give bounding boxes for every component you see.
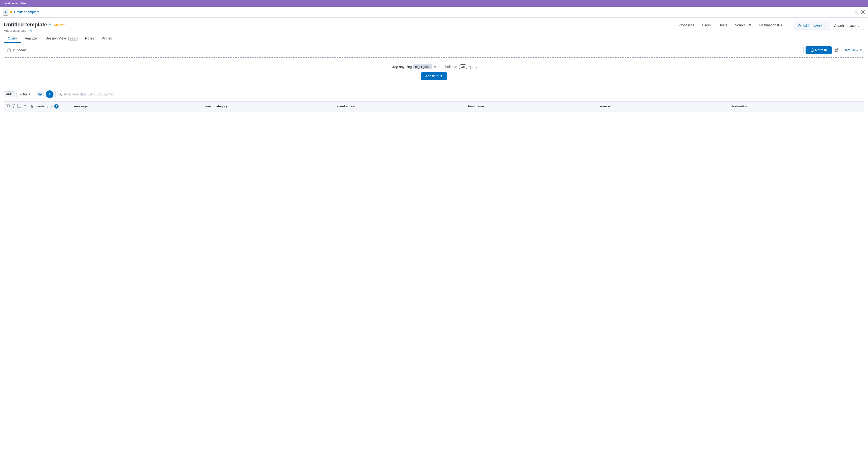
close-icon	[861, 10, 865, 14]
add-filter-icon: +	[49, 92, 51, 96]
data-view-label: Data view	[843, 48, 858, 52]
filter-settings-button[interactable]	[36, 90, 44, 98]
add-to-favorites-button[interactable]: Add to favorites	[794, 22, 830, 30]
stat-destination-ips[interactable]: Destination IPs	[759, 23, 782, 28]
filter-bar: AND Filter ▼ + Filter your data using KQ…	[4, 90, 864, 98]
col-destination-ip-label: destination.ip	[731, 105, 751, 108]
settings-icon	[38, 92, 42, 96]
cols-settings-icon	[11, 104, 16, 108]
svg-point-9	[39, 93, 41, 95]
col-header-event-action[interactable]: event.action	[337, 105, 468, 108]
attach-chevron-icon: ⌄	[857, 24, 860, 28]
col-header-source-ip[interactable]: source.ip	[599, 105, 731, 108]
kql-placeholder: Filter your data using KQL syntax	[64, 92, 114, 96]
date-picker-chevron-icon: ▼	[12, 49, 15, 52]
stat-destination-ips-label: Destination IPs	[759, 23, 782, 27]
add-field-label: Add field	[425, 74, 438, 78]
date-picker[interactable]: ▼ Today	[4, 46, 804, 54]
filter-label: Filter	[20, 92, 27, 96]
stat-processes[interactable]: Processes	[679, 23, 694, 28]
tab-notes[interactable]: Notes	[81, 34, 98, 42]
stat-source-ips-bar	[740, 28, 747, 28]
header-row: ＋ Untitled template	[0, 7, 868, 18]
svg-point-16	[12, 104, 15, 107]
svg-point-10	[38, 92, 42, 96]
table-header: @timestamp 1 message event.category even…	[4, 101, 864, 111]
header-tab-title[interactable]: Untitled template	[14, 10, 39, 14]
expand-cols-icon[interactable]	[6, 104, 10, 109]
title-left: Untitled template ✎ Unsaved Add a descri…	[4, 22, 66, 32]
calendar-icon	[7, 48, 11, 52]
query-bar: ▼ Today Refresh Data view ▼	[4, 46, 864, 54]
sort-icon-svg	[23, 104, 27, 108]
tab-analyzer[interactable]: Analyzer	[21, 34, 42, 42]
lock-icon[interactable]	[834, 47, 840, 54]
row-expand-icon[interactable]	[18, 104, 21, 109]
stat-destination-ips-bar	[767, 28, 774, 28]
unsaved-dot	[10, 11, 12, 13]
stat-users-bar	[703, 28, 710, 28]
add-template-button[interactable]: ＋	[3, 9, 8, 16]
title-edit-icon[interactable]: ✎	[49, 23, 52, 27]
stat-source-ips-label: Source IPs	[735, 23, 751, 27]
top-banner: Timeline template	[0, 0, 868, 7]
add-field-button[interactable]: Add field ▼	[421, 72, 447, 80]
action-buttons: Add to favorites Attach to case ⌄	[794, 22, 864, 30]
svg-line-1	[857, 12, 858, 13]
add-field-chevron-icon: ▼	[440, 75, 443, 78]
filter-dropdown[interactable]: Filter ▼	[17, 91, 34, 98]
description-text: Add a description	[4, 29, 28, 32]
svg-point-15	[13, 105, 14, 107]
star-icon	[798, 24, 801, 27]
col-event-action-label: event.action	[337, 105, 355, 108]
add-filter-button[interactable]: +	[46, 90, 54, 98]
settings-cols-icon[interactable]	[11, 104, 16, 109]
tab-query-label: Query	[8, 36, 17, 40]
date-value: Today	[17, 48, 801, 52]
col-header-host-name[interactable]: host.name	[468, 105, 599, 108]
col-header-destination-ip[interactable]: destination.ip	[731, 105, 862, 108]
tab-analyzer-label: Analyzer	[25, 36, 38, 40]
col-header-message[interactable]: message	[74, 105, 206, 108]
title-section: Untitled template ✎ Unsaved Add a descri…	[4, 22, 864, 32]
nav-stats: Processes Users Hosts Source IPs Destina…	[679, 23, 782, 28]
col-message-label: message	[74, 105, 88, 108]
lock-icon-svg	[835, 48, 839, 52]
stat-source-ips[interactable]: Source IPs	[735, 23, 751, 28]
beta-badge: BETA	[68, 37, 77, 40]
unsaved-badge: Unsaved	[54, 23, 66, 27]
stat-hosts-bar	[719, 28, 726, 28]
tab-pinned[interactable]: Pinned	[98, 34, 116, 42]
page-title: Untitled template	[4, 22, 47, 28]
main-area: Untitled template ✎ Unsaved Add a descri…	[0, 18, 868, 111]
kql-filter-input[interactable]: Filter your data using KQL syntax	[56, 90, 864, 98]
stat-processes-bar	[683, 28, 690, 28]
header-icons	[854, 10, 865, 15]
tab-query[interactable]: Query	[4, 34, 21, 42]
tab-notes-label: Notes	[85, 36, 94, 40]
search-icon-button[interactable]	[854, 10, 859, 15]
data-view-button[interactable]: Data view ▼	[842, 47, 864, 53]
close-button[interactable]	[861, 10, 865, 14]
tab-session-view[interactable]: Session View BETA	[42, 34, 81, 43]
stat-users[interactable]: Users	[702, 23, 711, 28]
title-row: Untitled template ✎ Unsaved	[4, 22, 66, 28]
sort-direction-icon[interactable]	[23, 104, 27, 108]
description-edit-icon[interactable]: ✎	[30, 29, 32, 32]
table-controls	[6, 104, 27, 109]
filter-chevron-icon: ▼	[28, 92, 31, 96]
col-header-event-category[interactable]: event.category	[206, 105, 337, 108]
col-header-timestamp[interactable]: @timestamp 1	[31, 104, 74, 109]
drop-text: Drop anything highlighted here to build …	[391, 64, 477, 69]
svg-line-12	[61, 94, 62, 95]
stat-hosts[interactable]: Hosts	[719, 23, 727, 28]
description-row: Add a description ✎	[4, 29, 66, 32]
col-event-category-label: event.category	[206, 105, 228, 108]
svg-rect-14	[7, 105, 9, 107]
or-badge: OR	[459, 64, 467, 69]
add-to-favorites-label: Add to favorites	[803, 24, 826, 28]
refresh-button[interactable]: Refresh	[806, 46, 832, 54]
attach-to-case-button[interactable]: Attach to case ⌄	[830, 22, 864, 30]
data-view-chevron-icon: ▼	[859, 49, 862, 52]
drop-zone: Drop anything highlighted here to build …	[4, 57, 864, 87]
